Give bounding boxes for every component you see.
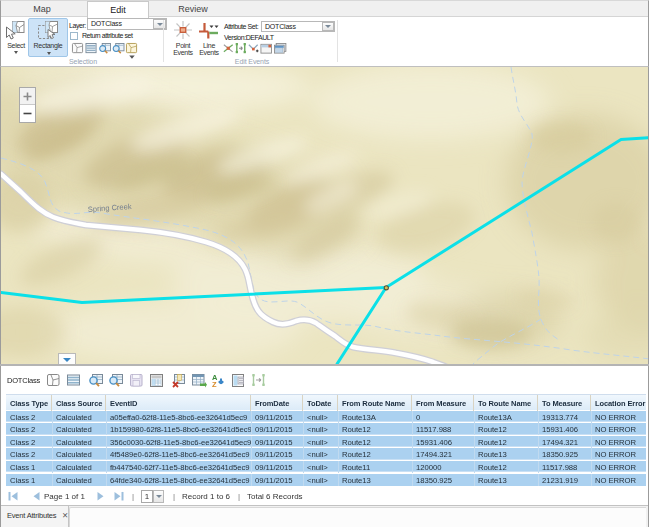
svg-text:Z: Z: [212, 380, 217, 388]
